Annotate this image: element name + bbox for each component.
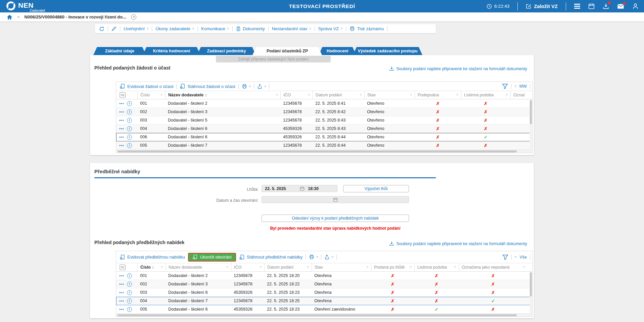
tab-krit-ria-hodnocen-[interactable]: Kritéria hodnocení bbox=[143, 47, 200, 55]
print-grid-button[interactable] bbox=[309, 255, 318, 260]
row-info-icon[interactable] bbox=[127, 290, 132, 295]
column-filter-icon[interactable] bbox=[161, 266, 163, 269]
tab-v-sledek-zad-vac-ho-postupu[interactable]: Výsledek zadávacího postupu bbox=[353, 47, 422, 55]
column-filter-icon[interactable] bbox=[260, 266, 262, 269]
column-filter-icon[interactable] bbox=[308, 94, 310, 96]
column-filter-icon[interactable] bbox=[307, 266, 309, 269]
column-header[interactable]: Označena jako nepodaná bbox=[510, 91, 527, 99]
column-header[interactable]: Datum podání bbox=[264, 263, 312, 271]
column-filter-icon[interactable] bbox=[161, 94, 163, 96]
table-row[interactable]: 004 Dodavatel - školení 6 45359326 22. 5… bbox=[116, 125, 532, 133]
column-header[interactable]: Listinná podoba bbox=[414, 263, 459, 271]
column-header[interactable]: Číslo bbox=[137, 91, 165, 99]
row-menu-icon[interactable] bbox=[119, 299, 124, 303]
vertical-scrollbar[interactable] bbox=[530, 99, 532, 150]
column-header[interactable]: IČO bbox=[280, 91, 313, 99]
row-menu-icon[interactable] bbox=[119, 118, 124, 122]
row-info-icon[interactable] bbox=[127, 307, 132, 312]
table-row[interactable]: 003 Dodavatel - školení 5 12345678 22. 5… bbox=[116, 116, 532, 125]
print-record-button[interactable]: Tisk záznamu bbox=[350, 26, 384, 31]
horizontal-scrollbar[interactable] bbox=[116, 314, 532, 317]
deadline-field[interactable]: 22. 5. 2025 18:30 bbox=[262, 185, 337, 192]
register-request-button[interactable]: Evidovat žádost o účast bbox=[120, 84, 173, 89]
row-info-icon[interactable] bbox=[127, 101, 132, 106]
refresh-button[interactable] bbox=[99, 26, 104, 32]
table-row[interactable]: 001 Dodavatel - školení 2 12345678 22. 5… bbox=[116, 99, 532, 108]
column-header[interactable]: Číslo bbox=[137, 263, 166, 271]
column-filter-icon[interactable] bbox=[360, 94, 362, 96]
downloads-tray-button[interactable] bbox=[603, 3, 609, 9]
column-filter-icon[interactable] bbox=[410, 266, 412, 269]
column-settings-cell[interactable] bbox=[116, 91, 137, 99]
nen-logo[interactable]: NEN Zadavatel bbox=[6, 1, 45, 12]
menu-nestandardni-stav[interactable]: Nestandardní stav bbox=[272, 26, 311, 31]
menu-uverejneni[interactable]: Uveřejnění bbox=[124, 26, 148, 31]
view-selector-chevron-icon[interactable] bbox=[514, 85, 516, 88]
row-info-icon[interactable] bbox=[127, 126, 132, 131]
column-header[interactable]: Podaná po lhůtě bbox=[371, 263, 414, 271]
column-header[interactable]: Stav bbox=[312, 263, 371, 271]
calendar-icon[interactable] bbox=[588, 3, 595, 9]
end-opening-button[interactable]: Ukončit otevírání bbox=[188, 253, 236, 262]
column-header[interactable]: Stav bbox=[364, 91, 415, 99]
tab-zad-vac-podm-nky[interactable]: Zadávací podmínky bbox=[197, 47, 256, 55]
column-filter-icon[interactable] bbox=[410, 94, 412, 96]
vertical-scrollbar[interactable] bbox=[530, 272, 532, 314]
menu-dokumenty[interactable]: Dokumenty bbox=[236, 26, 265, 31]
compute-deadlines-button[interactable]: Výpočet lhůt bbox=[343, 185, 409, 192]
print-grid-button[interactable] bbox=[242, 84, 251, 89]
table-row[interactable]: 005 Dodavatel - školení 7 12345678 22. 5… bbox=[116, 141, 532, 150]
column-filter-icon[interactable] bbox=[454, 266, 456, 269]
table-row[interactable]: 001 Dodavatel - školení 2 12345678 22. 5… bbox=[116, 272, 532, 280]
row-menu-icon[interactable] bbox=[119, 290, 124, 294]
requests-download-hint-link[interactable]: Soubory podání najdete připravené ke sta… bbox=[389, 66, 527, 71]
row-menu-icon[interactable] bbox=[119, 307, 124, 311]
row-info-icon[interactable] bbox=[127, 298, 132, 304]
tab-z-kladn-daje[interactable]: Základní údaje bbox=[93, 47, 146, 55]
row-menu-icon[interactable] bbox=[119, 101, 124, 105]
register-offer-button[interactable]: Evidovat předběžnou nabídku bbox=[120, 255, 185, 260]
table-row[interactable]: 005 Dodavatel - školení 6 45359326 22. 5… bbox=[116, 305, 532, 314]
row-menu-icon[interactable] bbox=[119, 274, 124, 278]
filter-icon[interactable] bbox=[502, 255, 508, 260]
menu-komunikace[interactable]: Komunikace bbox=[201, 26, 229, 31]
column-filter-icon[interactable] bbox=[367, 266, 368, 269]
column-filter-icon[interactable] bbox=[227, 266, 228, 269]
row-info-icon[interactable] bbox=[127, 273, 132, 278]
row-info-icon[interactable] bbox=[127, 143, 132, 148]
edit-record-button[interactable] bbox=[111, 26, 117, 31]
create-vz-button[interactable]: Založit VZ bbox=[526, 3, 558, 9]
prelim-download-hint-link[interactable]: Soubory podání najdete připravené ke sta… bbox=[389, 241, 527, 246]
table-row[interactable]: 003 Dodavatel - školení 6 45359326 22. 5… bbox=[116, 288, 532, 297]
view-selector[interactable]: MW bbox=[519, 84, 527, 89]
column-settings-cell[interactable] bbox=[116, 263, 137, 271]
opening-datetime-field[interactable] bbox=[262, 196, 409, 203]
tab-pod-n-astn-k-zp[interactable]: Podání účastníků ZP bbox=[252, 47, 322, 55]
breadcrumb-procurement-link[interactable]: N006/25/V00004860 - Inovace v rozvoji ří… bbox=[25, 14, 126, 19]
table-row[interactable]: 004 Dodavatel - školení 7 12345678 22. 5… bbox=[116, 297, 532, 305]
column-filter-icon[interactable] bbox=[523, 266, 525, 269]
deadline-date-value[interactable]: 22. 5. 2025 bbox=[265, 186, 300, 191]
table-row[interactable]: 006 Dodavatel - školení 6 45359326 22. 5… bbox=[116, 133, 532, 141]
view-selector[interactable]: Vše bbox=[519, 255, 527, 260]
download-offers-button[interactable]: Stáhnout předběžné nabídky bbox=[239, 255, 303, 260]
row-menu-icon[interactable] bbox=[119, 110, 124, 114]
table-row[interactable]: 002 Dodavatel - školení 3 12345678 22. 5… bbox=[116, 108, 532, 116]
filter-icon[interactable] bbox=[502, 84, 508, 89]
view-selector-chevron-icon[interactable] bbox=[515, 256, 516, 258]
tab-hodnocen-[interactable]: Hodnocení bbox=[319, 47, 356, 55]
download-requests-button[interactable]: Stáhnout žádosti o účast bbox=[180, 84, 235, 89]
column-header[interactable]: Název dodavatele bbox=[165, 91, 280, 99]
close-record-icon[interactable] bbox=[131, 14, 136, 20]
table-row[interactable]: 002 Dodavatel - školení 3 12345678 22. 5… bbox=[116, 280, 532, 288]
column-header[interactable]: IČO bbox=[231, 263, 264, 271]
column-header[interactable]: Listinná podoba bbox=[461, 91, 510, 99]
column-filter-icon[interactable] bbox=[457, 94, 458, 96]
row-menu-icon[interactable] bbox=[119, 135, 124, 139]
menu-icon[interactable] bbox=[574, 4, 580, 9]
column-header[interactable]: Podepsána bbox=[415, 91, 461, 99]
deadline-time-value[interactable]: 18:30 bbox=[308, 186, 319, 191]
row-info-icon[interactable] bbox=[127, 135, 132, 140]
export-grid-button[interactable] bbox=[257, 84, 266, 89]
start-next-phase-button[interactable]: Zahájit přípravu následující fáze podání bbox=[216, 56, 331, 62]
